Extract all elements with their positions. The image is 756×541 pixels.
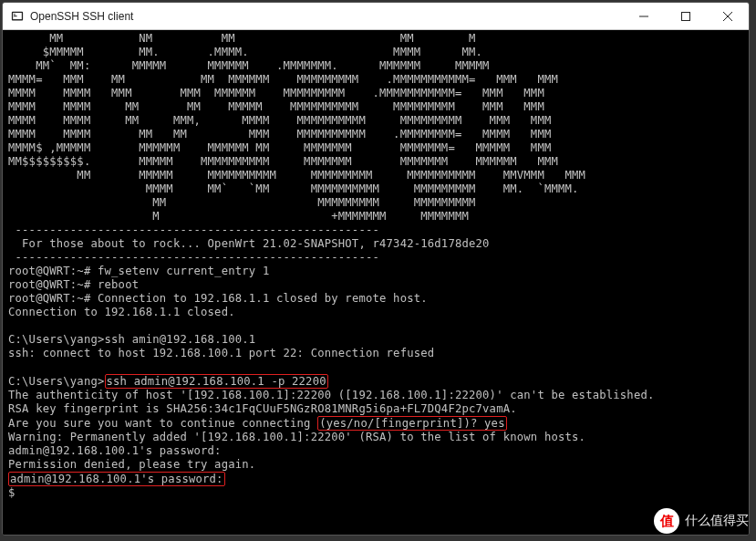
banner-line: MM MMMMM MMMMMMMMMM MMMMMMMMM MMMMMMMMMM…: [8, 169, 585, 182]
banner-line: MM` MM: MMMMM MMMMMM .MMMMMMM. MMMMMM MM…: [8, 59, 490, 72]
output-line: ssh: connect to host 192.168.100.1 port …: [8, 347, 434, 359]
banner-line: MM MMMMMMMMM MMMMMMMMM: [8, 196, 476, 209]
svg-rect-2: [14, 14, 16, 15]
divider-line: ----------------------------------------…: [8, 224, 379, 236]
banner-line: MMMM$ ,MMMMM MMMMMM MMMMMM MM MMMMMMM MM…: [8, 141, 551, 154]
banner-line: MMMM MMMM MM MM MMM MMMMMMMMMM .MMMMMMMM…: [8, 128, 551, 140]
banner-line: MM NM MM MM M: [8, 32, 476, 45]
titlebar-left: OpenSSH SSH client: [10, 9, 133, 24]
banner-line: MMMM MMMM MM MM MMMMM MMMMMMMMMM MMMMMMM…: [8, 100, 544, 113]
output-line: RSA key fingerprint is SHA256:34c1FqCUuF…: [8, 402, 517, 415]
banner-line: MMMM MMMM MMM MMM MMMMMM MMMMMMMMM .MMMM…: [8, 87, 544, 99]
titlebar[interactable]: OpenSSH SSH client: [3, 3, 749, 30]
app-window: OpenSSH SSH client MM NM MM MM M $MMMMM …: [2, 2, 750, 536]
prompt: C:\Users\yang>: [8, 375, 105, 388]
command-text: ssh amin@192.168.100.1: [105, 333, 256, 346]
prompt: root@QWRT:~#: [8, 292, 98, 305]
banner-line: MMMM MM` `MM MMMMMMMMMM MMMMMMMMM MM. `M…: [8, 182, 579, 195]
motd-line: For those about to rock... OpenWrt 21.02…: [8, 237, 490, 250]
watermark-badge-icon: 值: [654, 508, 679, 534]
banner-line: $MMMMM MM. .MMMM. MMMM MM.: [8, 46, 482, 58]
maximize-button[interactable]: [665, 3, 707, 29]
highlighted-command: ssh admin@192.168.100.1 -p 22200: [105, 374, 328, 389]
banner-line: M +MMMMMMM MMMMMMM: [8, 210, 469, 223]
output-line: Connection to 192.168.1.1 closed.: [8, 306, 235, 318]
watermark: 值 什么值得买: [654, 508, 749, 534]
cursor: $: [8, 486, 16, 499]
output-line: admin@192.168.100.1's password:: [8, 444, 222, 457]
prompt: root@QWRT:~#: [8, 265, 98, 277]
window-title: OpenSSH SSH client: [30, 10, 133, 23]
svg-rect-5: [682, 12, 690, 20]
output-line: Are you sure you want to continue connec…: [8, 417, 317, 430]
divider-line: ----------------------------------------…: [8, 251, 379, 264]
output-line: Permission denied, please try again.: [8, 458, 255, 471]
window-controls: [623, 3, 749, 29]
banner-line: MM$$$$$$$$$. MMMMM MMMMMMMMMM MMMMMMM MM…: [8, 155, 558, 168]
banner-line: MMMM= MMM MM MM MMMMMM MMMMMMMMM .MMMMMM…: [8, 73, 558, 86]
prompt: C:\Users\yang>: [8, 333, 105, 346]
svg-rect-3: [14, 16, 17, 16]
command-text: fw_setenv current_entry 1: [98, 265, 269, 277]
output-line: Connection to 192.168.1.1 closed by remo…: [98, 292, 428, 305]
app-icon: [10, 9, 25, 24]
highlighted-answer: (yes/no/[fingerprint])? yes: [317, 416, 507, 431]
command-text: reboot: [98, 278, 139, 291]
prompt: root@QWRT:~#: [8, 278, 98, 291]
minimize-button[interactable]: [623, 3, 665, 29]
output-line: The authenticity of host '[192.168.100.1…: [8, 389, 655, 401]
close-button[interactable]: [707, 3, 749, 29]
watermark-text: 什么值得买: [685, 513, 749, 529]
banner-line: MMMM MMMM MM MMM, MMMM MMMMMMMMMM MMMMMM…: [8, 114, 551, 127]
highlighted-password-prompt: admin@192.168.100.1's password:: [8, 472, 225, 486]
output-line: Warning: Permanently added '[192.168.100…: [8, 431, 585, 443]
terminal-output[interactable]: MM NM MM MM M $MMMMM MM. .MMMM. MMMM MM.…: [3, 30, 749, 535]
